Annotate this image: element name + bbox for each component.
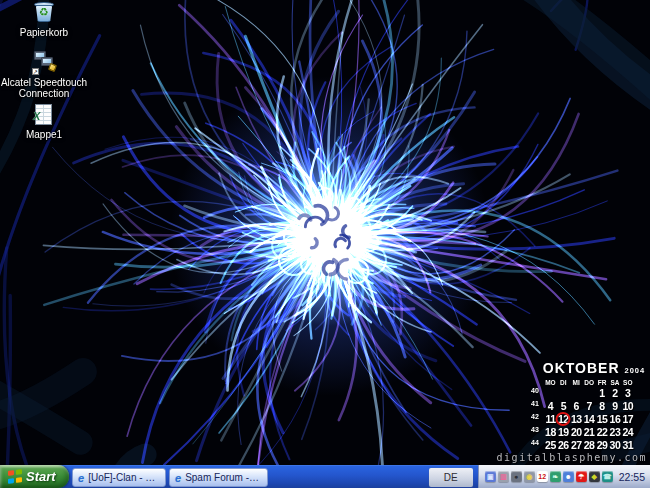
desktop-screen: ♻ Papierkorb ↗ Alcatel Speedtouch Connec… [0,0,650,488]
calendar-day-header: SO [621,379,634,386]
calendar-day-cell: 3 [621,387,634,399]
calendar-week-number: 40 [531,387,544,394]
calendar-week-number: 42 [531,413,544,420]
desktop-icon-label-line2: Connection [0,88,94,99]
calendar-day-cell: 26 [557,439,570,451]
connector-spark-icon [48,63,57,72]
calendar-year: 2004 [625,366,646,375]
desktop-icon-recycle-bin[interactable]: ♻ Papierkorb [0,1,94,38]
calendar-week-row: 4145678910 [531,399,647,412]
calendar-day-cell: 28 [583,439,596,451]
wallpaper-credit-text: digitalblasphemy.com [497,452,647,463]
calendar-week-number: 41 [531,400,544,407]
calendar-day-cell: 18 [544,426,557,438]
system-tray: ▣▥●◉12❧☻☂◆☎ 22:55 [478,465,650,488]
calendar-day-header: FR [596,379,609,386]
update-utility-icon[interactable]: ◉ [524,471,535,482]
scheduler-icon[interactable]: ● [511,471,522,482]
calendar-day-cell: 22 [596,426,609,438]
desktop-icon-label: Mappe1 [0,129,94,140]
tray-icon-group: ▣▥●◉12❧☻☂◆☎ [484,471,614,482]
antivirus-icon[interactable]: ☂ [576,471,587,482]
instant-messenger-icon[interactable]: ☻ [563,471,574,482]
task-button-label: Spam Forum -- [UoF]-... [185,472,262,483]
calendar-day-cell: 25 [544,439,557,451]
calendar-day-cell: 1 [596,387,609,399]
calendar-day-cell: 20 [570,426,583,438]
windows-flag-icon [8,469,22,483]
calendar-day-cell: 27 [570,439,583,451]
calendar-week-row: 4318192021222324 [531,425,647,438]
calendar-grid: 4012341456789104211121314151617431819202… [531,386,647,451]
desktop-icon-speedtouch-connection[interactable]: ↗ Alcatel Speedtouch Connection [0,51,94,99]
calendar-month: OKTOBER [543,360,620,376]
calendar-day-cell: 7 [583,400,596,412]
calendar-day-cell: 21 [583,426,596,438]
calendar-day-cell: 17 [621,413,634,425]
calendar-day-cell: 9 [608,400,621,412]
calendar-day-headers: MODIMIDOFRSASO [531,379,647,386]
recycle-bin-icon: ♻ [31,1,57,25]
calendar-day-cell: 30 [608,439,621,451]
calendar-week-row: 40123 [531,386,647,399]
calendar-title: OKTOBER 2004 [531,360,647,376]
calendar-highlight-ring [556,412,571,426]
calendar-day-cell: 15 [596,413,609,425]
power-scheme-icon[interactable]: ❧ [550,471,561,482]
display-utility-icon[interactable]: ▥ [498,471,509,482]
network-connection-icon: ↗ [31,51,57,75]
desktop-icon-excel-workbook[interactable]: X Mappe1 [0,103,94,140]
calendar-day-cell: 8 [596,400,609,412]
internet-explorer-icon: e [78,472,84,484]
calendar-day-cell: 19 [557,426,570,438]
calendar-day-cell: 5 [557,400,570,412]
messenger-icon[interactable]: ▣ [485,471,496,482]
calendar-day-cell: 31 [621,439,634,451]
calendar-day-cell: 16 [608,413,621,425]
calendar-day-cell: 12 [557,413,570,425]
start-button-label: Start [26,469,56,484]
wallpaper-calendar: OKTOBER 2004 MODIMIDOFRSASO 401234145678… [531,360,647,451]
virtual-drive-icon[interactable]: ◆ [589,471,600,482]
calendar-day-cell: 13 [570,413,583,425]
language-indicator[interactable]: DE [429,468,473,487]
dialup-monitor-icon[interactable]: ☎ [602,471,613,482]
taskbar-task-uof-clan[interactable]: e [UoF]-Clan - Union of... [72,468,166,487]
calendar-day-cell: 10 [621,400,634,412]
excel-file-icon: X [31,103,57,127]
calendar-day-header: DO [583,379,596,386]
desktop-icon-label: Papierkorb [0,27,94,38]
calendar-day-cell: 29 [596,439,609,451]
calendar-day-cell: 23 [608,426,621,438]
calendar-day-header: DI [557,379,570,386]
calendar-week-number: 44 [531,439,544,446]
calendar-day-cell: 4 [544,400,557,412]
calendar-day-header: MI [570,379,583,386]
internet-explorer-icon: e [175,472,181,484]
calendar-day-header: SA [608,379,621,386]
calendar-day-header: MO [544,379,557,386]
calendar-week-number: 43 [531,426,544,433]
calendar-day-cell: 6 [570,400,583,412]
tray-calendar-icon[interactable]: 12 [537,471,548,482]
shortcut-arrow-icon: ↗ [32,68,39,75]
task-button-label: [UoF]-Clan - Union of... [88,472,160,483]
calendar-day-cell: 24 [621,426,634,438]
taskbar: Start e [UoF]-Clan - Union of... e Spam … [0,465,650,488]
calendar-day-cell: 14 [583,413,596,425]
start-button[interactable]: Start [0,465,69,488]
calendar-day-cell: 2 [608,387,621,399]
calendar-week-row: 4425262728293031 [531,438,647,451]
desktop-icon-label: Alcatel Speedtouch [0,77,94,88]
taskbar-task-spam-forum[interactable]: e Spam Forum -- [UoF]-... [169,468,268,487]
calendar-week-row: 4211121314151617 [531,412,647,425]
taskbar-clock[interactable]: 22:55 [619,471,645,483]
